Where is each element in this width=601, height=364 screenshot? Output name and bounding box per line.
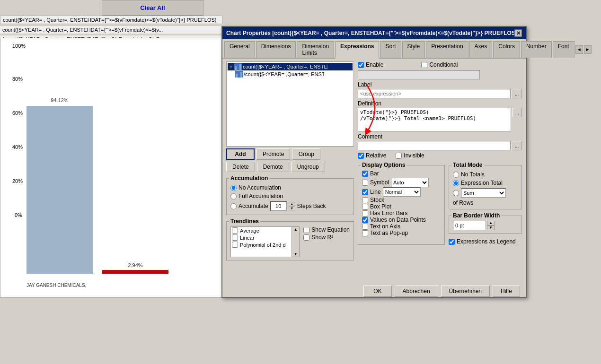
trendline-poly2-label: Polynomial of 2nd d: [240, 242, 286, 248]
accumulate-radio[interactable]: [230, 203, 237, 209]
sum-radio[interactable]: [453, 190, 459, 196]
expand-icon: ▼: [229, 64, 233, 69]
tab-style[interactable]: Style: [402, 41, 425, 58]
promote-button[interactable]: Promote: [256, 148, 290, 160]
show-r2-check[interactable]: [303, 234, 309, 241]
tab-axes[interactable]: Axes: [469, 41, 493, 58]
bar-border-legend: Bar Border Width: [451, 212, 501, 219]
ungroup-button[interactable]: Ungroup: [291, 162, 325, 172]
line-select[interactable]: Normal: [383, 187, 421, 197]
tab-general[interactable]: General: [224, 41, 255, 58]
tab-nav-left[interactable]: ◄: [575, 45, 583, 54]
expressions-as-legend-label: Expressions as Legend: [457, 238, 516, 245]
tab-dimensions[interactable]: Dimensions: [256, 41, 296, 58]
expressions-as-legend-checkbox[interactable]: [449, 239, 455, 245]
steps-input[interactable]: [270, 201, 287, 211]
label-dots-button[interactable]: ...: [512, 89, 522, 98]
relative-row: Relative: [358, 152, 386, 159]
tab-dimension-limits[interactable]: Dimension Limits: [297, 41, 334, 58]
tab-nav-right[interactable]: ►: [584, 45, 592, 54]
trendline-list[interactable]: Average Linear Polynomial of 2nd d: [231, 227, 292, 257]
tab-expressions[interactable]: Expressions: [335, 41, 379, 59]
ok-button[interactable]: OK: [363, 286, 391, 297]
bar-main-label: 94.12%: [27, 97, 93, 103]
clear-all-button[interactable]: Clear All: [102, 0, 203, 16]
expression-total-radio[interactable]: [453, 180, 459, 186]
enable-row: Enable: [358, 61, 383, 68]
show-r2-row: Show R²: [303, 234, 350, 241]
expression-item-1[interactable]: ▼ count({$<YEAR= , Quarter=, ENSTEHDAT={: [228, 63, 353, 70]
sum-select[interactable]: Sum: [461, 188, 506, 198]
invisible-checkbox[interactable]: [396, 153, 402, 159]
dialog-close-button[interactable]: ✕: [514, 29, 522, 37]
tab-presentation[interactable]: Presentation: [426, 41, 468, 58]
bar-border-input[interactable]: 0 pt: [453, 221, 486, 230]
demote-button[interactable]: Demote: [257, 162, 289, 172]
line-label: Line: [370, 189, 381, 195]
has-error-bars-checkbox[interactable]: [362, 210, 368, 217]
group-button[interactable]: Group: [292, 148, 320, 160]
relative-checkbox[interactable]: [358, 153, 364, 159]
no-totals-radio[interactable]: [453, 172, 459, 178]
label-input-row: ...: [358, 89, 522, 98]
stock-checkbox[interactable]: [362, 197, 368, 203]
trendline-linear: Linear: [231, 234, 292, 241]
steps-up[interactable]: ▲: [289, 202, 295, 206]
has-error-bars-label: Has Error Bars: [370, 210, 407, 217]
comment-dots-button[interactable]: ...: [512, 141, 522, 150]
enable-checkbox[interactable]: [358, 62, 364, 68]
text-as-popup-checkbox[interactable]: [362, 230, 368, 236]
bar-border-down[interactable]: ▼: [487, 225, 495, 230]
trendlines-legend: Trendlines: [229, 218, 260, 225]
trendline-scroll-down[interactable]: ▼: [294, 252, 298, 256]
ubernehmen-button[interactable]: Übernehmen: [441, 286, 490, 297]
tab-font[interactable]: Font: [553, 41, 574, 58]
invisible-row: Invisible: [396, 152, 424, 159]
full-accumulation-radio[interactable]: [230, 193, 237, 199]
bar-checkbox[interactable]: [362, 171, 368, 177]
bar-container: 94.12% 2.94%: [27, 94, 217, 274]
tab-number[interactable]: Number: [521, 41, 552, 58]
no-accumulation-radio[interactable]: [230, 185, 237, 191]
trendline-scroll-up[interactable]: ▲: [294, 227, 298, 232]
line-checkbox[interactable]: [362, 189, 368, 195]
accumulation-group: Accumulation No Accumulation Full Accumu…: [226, 175, 354, 215]
trendline-poly2-check[interactable]: [232, 242, 238, 248]
expression-total-row: Expression Total: [453, 179, 518, 187]
expressions-as-legend-row: Expressions as Legend: [449, 238, 522, 245]
trendline-average-check[interactable]: [232, 227, 238, 234]
relative-label: Relative: [366, 152, 386, 159]
x-axis-label: JAY GANESH CHEMICALS,: [27, 283, 86, 288]
trendline-linear-check[interactable]: [232, 234, 238, 241]
expression-tree[interactable]: ▼ count({$<YEAR= , Quarter=, ENSTEHDAT={…: [226, 61, 354, 147]
add-button[interactable]: Add: [226, 148, 255, 160]
comment-input[interactable]: [358, 141, 511, 150]
background-area: Clear All count({$<YEAR= , Quarter=, ENS…: [0, 0, 222, 307]
show-r2-label: Show R²: [311, 234, 333, 241]
tab-nav-buttons: ◄ ►: [575, 41, 592, 58]
label-input[interactable]: [358, 89, 511, 98]
box-plot-checkbox[interactable]: [362, 204, 368, 210]
delete-button[interactable]: Delete: [226, 162, 255, 172]
steps-down[interactable]: ▼: [289, 206, 295, 210]
tab-sort[interactable]: Sort: [380, 41, 401, 58]
bar-border-up[interactable]: ▲: [487, 221, 495, 225]
values-on-data-points-checkbox[interactable]: [362, 217, 368, 223]
y-label-100: 100%: [12, 43, 26, 49]
show-equation-label: Show Equation: [311, 226, 350, 233]
tabs-bar: General Dimensions Dimension Limits Expr…: [222, 39, 526, 59]
definition-textarea[interactable]: vTodate)"}>} PRUEFLOS) /vTodate)"}>} Tot…: [358, 108, 511, 131]
show-equation-check[interactable]: [303, 227, 309, 233]
symbol-select[interactable]: Auto: [391, 178, 429, 187]
tab-colors[interactable]: Colors: [493, 41, 520, 58]
conditional-input[interactable]: [358, 70, 480, 79]
definition-dots-button[interactable]: ...: [512, 108, 522, 117]
right-panel: Enable Conditional Label ... Definition: [358, 61, 522, 245]
conditional-checkbox[interactable]: [421, 62, 427, 68]
text-on-axis-checkbox[interactable]: [362, 224, 368, 230]
chart-properties-dialog: Chart Properties [count({$<YEAR= , Quart…: [221, 26, 527, 298]
abbrechen-button[interactable]: Abbrechen: [395, 286, 438, 297]
expression-item-1-sub[interactable]: /count({$<YEAR= ,Quarter=, ENSTEHDAT={: [228, 70, 353, 78]
symbol-checkbox[interactable]: [362, 180, 368, 186]
hilfe-button[interactable]: Hilfe: [493, 286, 520, 297]
